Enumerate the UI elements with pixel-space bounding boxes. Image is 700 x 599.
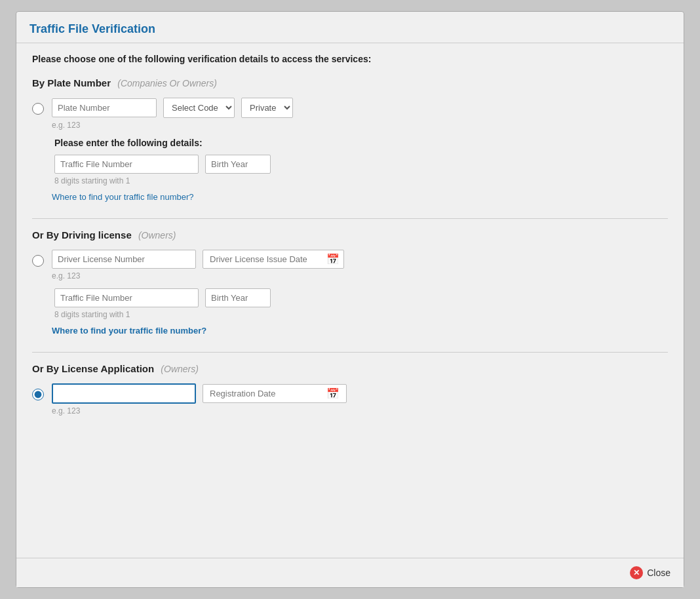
section-title-dl: Or By Driving license (Owners) xyxy=(32,229,668,241)
section-license-app: Or By License Application (Owners) 📅 e.g… xyxy=(32,363,668,415)
dl-hint: e.g. 123 xyxy=(52,271,668,280)
plate-birth-year-input[interactable] xyxy=(205,155,271,174)
close-icon: ✕ xyxy=(630,566,643,579)
plate-number-radio[interactable] xyxy=(32,103,44,115)
dl-traffic-file-link[interactable]: Where to find your traffic file number? xyxy=(52,326,206,336)
license-app-number-input[interactable] xyxy=(52,383,196,404)
dl-tfn-input[interactable] xyxy=(54,288,199,307)
plate-number-radio-row: Select Code Private e.g. 123 Please ente… xyxy=(32,98,668,203)
dl-birth-year-input[interactable] xyxy=(205,288,271,307)
plate-sub-details: Please enter the following details: 8 di… xyxy=(54,138,668,185)
plate-number-content: Select Code Private e.g. 123 Please ente… xyxy=(52,98,668,203)
reg-date-wrapper: 📅 xyxy=(203,384,347,403)
section-subtitle-plate: (Companies Or Owners) xyxy=(117,78,217,88)
dl-sub-input-row xyxy=(54,288,668,307)
select-private-dropdown[interactable]: Private xyxy=(241,98,293,118)
dl-calendar-icon[interactable]: 📅 xyxy=(326,253,340,265)
dialog-body: Please choose one of the following verif… xyxy=(16,43,684,558)
plate-tfn-hint: 8 digits starting with 1 xyxy=(54,176,668,185)
section-driving-license: Or By Driving license (Owners) 📅 e.g. 12… xyxy=(32,229,668,336)
registration-date-input[interactable] xyxy=(207,387,322,400)
section-title-la: Or By License Application (Owners) xyxy=(32,363,668,374)
dl-issue-date-input[interactable] xyxy=(207,253,322,265)
license-app-radio[interactable] xyxy=(32,389,44,400)
section-subtitle-dl: (Owners) xyxy=(138,230,176,241)
reg-calendar-icon[interactable]: 📅 xyxy=(326,387,340,400)
la-hint: e.g. 123 xyxy=(52,406,668,415)
dl-sub-details: 8 digits starting with 1 xyxy=(54,288,668,319)
plate-input-row: Select Code Private xyxy=(52,98,668,118)
plate-hint: e.g. 123 xyxy=(52,121,668,130)
divider-1 xyxy=(32,218,668,219)
dl-input-row: 📅 xyxy=(52,250,668,269)
dl-date-wrapper: 📅 xyxy=(203,250,344,269)
close-button[interactable]: ✕ Close xyxy=(630,566,671,579)
section-title-plate: By Plate Number (Companies Or Owners) xyxy=(32,77,668,88)
license-app-radio-row: 📅 e.g. 123 xyxy=(32,383,668,415)
dl-tfn-hint: 8 digits starting with 1 xyxy=(54,310,668,319)
section-plate-number: By Plate Number (Companies Or Owners) Se… xyxy=(32,77,668,203)
plate-sub-input-row xyxy=(54,155,668,174)
driver-license-number-input[interactable] xyxy=(52,250,196,269)
dialog-header: Traffic File Verification xyxy=(16,12,684,43)
dialog-footer: ✕ Close xyxy=(16,558,684,587)
plate-tfn-input[interactable] xyxy=(54,155,199,174)
divider-2 xyxy=(32,352,668,353)
dialog-title: Traffic File Verification xyxy=(29,22,671,36)
plate-traffic-file-link[interactable]: Where to find your traffic file number? xyxy=(52,192,194,202)
driving-license-content: 📅 e.g. 123 8 digits starting with 1 Wher… xyxy=(52,250,668,336)
la-input-row: 📅 xyxy=(52,383,668,404)
section-subtitle-la: (Owners) xyxy=(161,364,199,374)
driving-license-radio-row: 📅 e.g. 123 8 digits starting with 1 Wher… xyxy=(32,250,668,336)
plate-number-input[interactable] xyxy=(52,98,157,117)
select-code-dropdown[interactable]: Select Code xyxy=(163,98,235,118)
close-label: Close xyxy=(647,568,671,578)
traffic-file-verification-dialog: Traffic File Verification Please choose … xyxy=(16,11,684,588)
driving-license-radio[interactable] xyxy=(32,255,44,267)
license-app-content: 📅 e.g. 123 xyxy=(52,383,668,415)
intro-text: Please choose one of the following verif… xyxy=(32,54,668,64)
plate-sub-title: Please enter the following details: xyxy=(54,138,668,148)
